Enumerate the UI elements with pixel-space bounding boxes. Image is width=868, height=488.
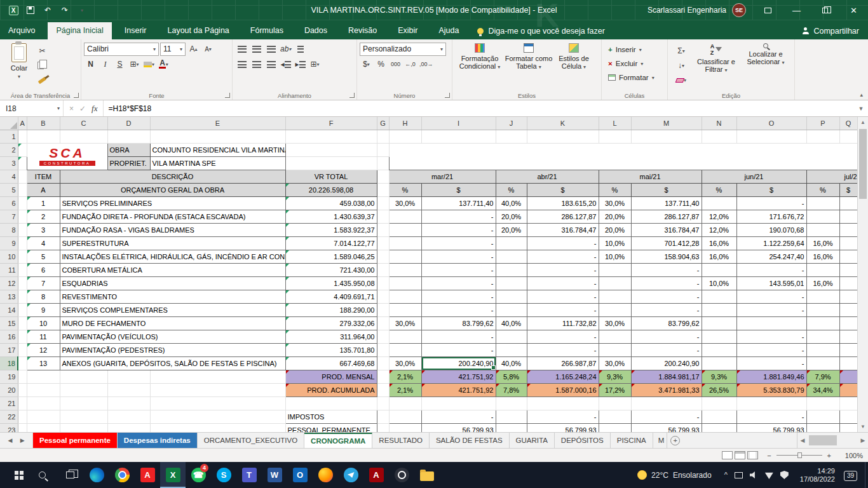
cell[interactable] [18,304,27,317]
ribbon-display-options-button[interactable] [754,0,782,20]
cell[interactable]: 1.884.981,17 [631,370,702,384]
save-button[interactable] [23,3,38,18]
vertical-scroll-thumb[interactable] [859,129,867,199]
cell[interactable]: 20,0% [599,210,631,224]
sheet-tab-resultado[interactable]: RESULTADO [372,433,430,448]
cell[interactable] [60,424,107,433]
cell[interactable] [839,317,857,330]
item-description[interactable]: COBERTURA METÁLICA [60,264,285,277]
cell[interactable] [377,384,389,397]
cell[interactable]: - [736,197,806,210]
cell[interactable] [389,130,421,144]
cell[interactable]: 143.595,01 [736,277,806,290]
vertical-scrollbar[interactable]: ▲ ▼ [857,117,868,432]
cell[interactable] [18,130,27,144]
orientation-button[interactable]: ab▾ [279,43,292,55]
row-header-18[interactable]: 18 [0,357,18,370]
cell[interactable] [702,290,736,304]
cell[interactable] [150,410,285,424]
page-layout-view-button[interactable] [735,451,745,459]
ribbon-tab-revis-o[interactable]: Revisão [340,22,385,39]
ribbon-tab-arquivo[interactable]: Arquivo [0,22,43,39]
cell[interactable]: 137.711,40 [421,197,496,210]
cell[interactable] [702,424,736,433]
account-avatar[interactable]: SE [732,3,746,17]
cell[interactable]: 2,1% [389,384,421,397]
cell[interactable] [27,130,60,144]
cell[interactable] [599,277,631,290]
cut-button[interactable]: ✂ [36,44,49,57]
item-description[interactable]: MURO DE FECHAMENTO [60,317,285,330]
item-number[interactable]: 6 [27,264,60,277]
cell[interactable]: - [421,250,496,264]
column-header-C[interactable]: C [60,117,107,130]
taskbar-clock[interactable]: 14:29 17/08/2022 [795,467,840,484]
cell[interactable] [377,357,389,370]
cell[interactable]: 7,8% [496,384,527,397]
cell[interactable]: $ [631,184,702,197]
cell[interactable]: 10,0% [599,237,631,250]
undo-button[interactable]: ↶ [40,3,55,18]
cell[interactable] [377,330,389,344]
month-header[interactable]: abr/21 [496,170,599,184]
sheet-tab-pessoal-permanente[interactable]: Pessoal permanente [33,433,118,448]
ribbon-tab-p-gina-inicial[interactable]: Página Inicial [48,22,111,39]
cell[interactable] [18,264,27,277]
normal-view-button[interactable] [722,451,733,459]
formula-input[interactable]: =H18*$F$18 [104,100,854,116]
cell[interactable]: 30,0% [389,197,421,210]
cell[interactable] [839,210,857,224]
cell[interactable] [377,397,389,410]
cell[interactable] [496,277,527,290]
cell[interactable]: - [631,290,702,304]
column-header-F[interactable]: F [285,117,377,130]
cell[interactable]: 20,0% [599,224,631,237]
sheet-tab-dep-sitos[interactable]: DEPÓSITOS [555,433,611,448]
delete-cells-button[interactable]: ×Excluir▾ [604,57,665,71]
cell[interactable] [839,357,857,370]
decrease-indent-button[interactable]: ◂ [279,58,292,71]
taskbar-app-firefox[interactable] [313,462,338,488]
align-top-button[interactable] [235,43,248,55]
cell[interactable] [107,424,150,433]
summary-code[interactable]: A [27,184,60,197]
row-header-4[interactable]: 4 [0,170,18,184]
item-total[interactable]: 459.038,00 [285,197,377,210]
number-dialog-launcher[interactable] [445,93,450,98]
cell[interactable] [377,290,389,304]
cell[interactable] [702,330,736,344]
cell[interactable]: % [702,184,736,197]
cell[interactable]: 3.471.981,33 [631,384,702,397]
cell[interactable] [496,237,527,250]
cell[interactable]: - [421,224,496,237]
row-header-19[interactable]: 19 [0,370,18,384]
cell[interactable] [421,397,496,410]
cell[interactable]: 40,0% [496,357,527,370]
fill-button[interactable]: ↓▾ [670,59,692,72]
sheet-tab-guarita[interactable]: GUARITA [510,433,555,448]
desc-header[interactable]: DESCRIÇÃO [60,170,285,184]
cell[interactable] [496,397,527,410]
cell[interactable]: % [806,184,839,197]
enter-formula-button[interactable]: ✓ [79,104,86,113]
cell[interactable]: - [527,237,599,250]
cell[interactable]: - [527,277,599,290]
minimize-button[interactable]: — [782,0,811,20]
volume-tray-icon[interactable] [750,471,758,479]
selected-cell[interactable]: 200.240,90 [421,357,496,370]
cell[interactable] [839,197,857,210]
cell[interactable]: 16,0% [806,277,839,290]
item-number[interactable]: 12 [27,344,60,357]
cell[interactable] [150,130,285,144]
italic-button[interactable]: I [98,58,112,71]
column-header-P[interactable]: P [806,117,839,130]
cell[interactable] [806,304,839,317]
total-header[interactable]: VR TOTAL [285,170,377,184]
cell[interactable]: 286.127,87 [527,210,599,224]
sheet-tab-sal-o-de-festas[interactable]: SALÃO DE FESTAS [430,433,510,448]
cell[interactable] [389,277,421,290]
cell[interactable] [107,130,150,144]
cell[interactable] [389,264,421,277]
cell[interactable]: 254.247,40 [736,250,806,264]
item-description[interactable]: SERVIÇOS PRELIMINARES [60,197,285,210]
